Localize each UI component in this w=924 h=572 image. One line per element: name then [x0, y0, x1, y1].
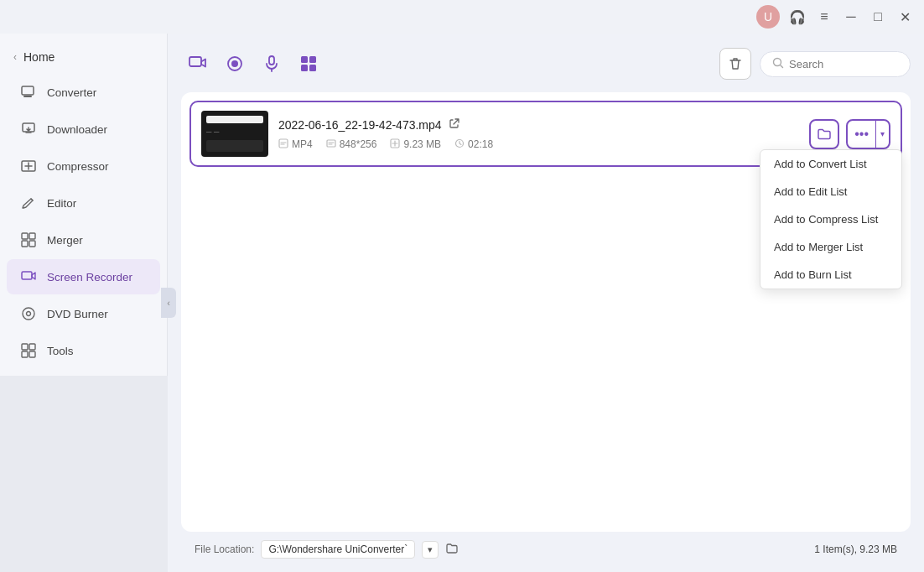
format-icon	[278, 138, 288, 150]
svg-rect-15	[189, 57, 201, 66]
resolution-icon	[326, 138, 336, 150]
sidebar-item-label: Converter	[47, 86, 96, 99]
svg-rect-18	[269, 56, 274, 65]
svg-rect-5	[29, 233, 35, 239]
sidebar-item-dvd-burner[interactable]: DVD Burner	[7, 296, 160, 331]
file-name-row: 2022-06-16_22-19-42-473.mp4	[278, 117, 799, 132]
app-body: ‹ Home Converter	[0, 34, 924, 572]
back-chevron-icon: ‹	[13, 51, 17, 63]
compressor-icon	[20, 158, 37, 174]
headset-icon[interactable]: 🎧	[788, 8, 807, 26]
sidebar-item-converter[interactable]: Converter	[7, 75, 160, 110]
downloader-icon	[20, 121, 37, 138]
maximize-button[interactable]: □	[869, 8, 887, 26]
dropdown-menu: Add to Convert List Add to Edit List Add…	[760, 149, 902, 289]
svg-point-24	[774, 58, 781, 65]
footer-dropdown-button[interactable]: ▾	[422, 541, 439, 559]
file-name: 2022-06-16_22-19-42-473.mp4	[278, 118, 442, 132]
svg-rect-21	[309, 56, 316, 63]
svg-point-17	[231, 60, 238, 67]
dropdown-item-convert[interactable]: Add to Convert List	[760, 150, 901, 178]
resolution-value: 848*256	[340, 138, 377, 150]
sidebar-item-tools[interactable]: Tools	[7, 333, 160, 368]
sidebar-wrapper: ‹ Home Converter	[0, 34, 168, 572]
search-bar	[760, 51, 911, 77]
dropdown-item-merger[interactable]: Add to Merger List	[760, 233, 901, 261]
sidebar-item-editor[interactable]: Editor	[7, 185, 160, 221]
svg-rect-14	[29, 351, 35, 357]
toolbar-record-icon[interactable]	[218, 47, 252, 81]
toolbar	[181, 47, 911, 81]
dropdown-item-edit[interactable]: Add to Edit List	[760, 178, 901, 205]
svg-rect-4	[22, 233, 28, 239]
meta-size: 9.23 MB	[390, 138, 441, 150]
sidebar-item-label: Merger	[47, 234, 83, 247]
minimize-button[interactable]: ─	[842, 8, 860, 26]
more-dots-icon: •••	[848, 121, 876, 148]
dropdown-item-compress[interactable]: Add to Compress List	[760, 205, 901, 233]
sidebar-item-home[interactable]: ‹ Home	[0, 40, 167, 74]
svg-rect-13	[22, 351, 28, 357]
svg-rect-20	[301, 56, 308, 63]
file-area: ─ ─ 2022-06-16_22-19-42-473.mp4	[181, 92, 911, 532]
sidebar-item-label: Compressor	[47, 160, 109, 173]
footer: File Location: G:\Wondershare UniConvert…	[181, 532, 911, 559]
svg-rect-1	[23, 96, 32, 97]
toolbar-video-icon[interactable]	[181, 47, 215, 81]
toolbar-grid-icon[interactable]	[292, 47, 325, 81]
sidebar-item-merger[interactable]: Merger	[7, 222, 160, 257]
svg-rect-8	[22, 272, 32, 279]
sidebar-item-downloader[interactable]: Downloader	[7, 112, 160, 147]
duration-value: 02:18	[468, 138, 493, 150]
sidebar-item-label: Editor	[47, 197, 76, 210]
dvd-burner-icon	[20, 305, 37, 322]
file-more-button[interactable]: ••• ▾	[846, 119, 890, 149]
home-label: Home	[23, 50, 55, 64]
trash-button[interactable]	[719, 48, 751, 80]
sidebar-item-screen-recorder[interactable]: Screen Recorder	[7, 259, 160, 294]
svg-rect-0	[22, 86, 34, 95]
sidebar-item-compressor[interactable]: Compressor	[7, 148, 160, 184]
search-input[interactable]	[789, 58, 898, 70]
tools-icon	[20, 342, 37, 359]
thumb-bar-2	[206, 140, 263, 152]
titlebar: U 🎧 ≡ ─ □ ✕	[0, 0, 924, 34]
meta-duration: 02:18	[454, 138, 493, 150]
svg-rect-11	[22, 344, 28, 350]
file-actions: ••• ▾	[809, 119, 890, 149]
duration-icon	[454, 138, 465, 150]
dropdown-item-burn[interactable]: Add to Burn List	[760, 261, 901, 289]
size-value: 9.23 MB	[403, 138, 441, 150]
sidebar: ‹ Home Converter	[0, 34, 168, 376]
sidebar-item-label: Screen Recorder	[47, 271, 132, 283]
format-value: MP4	[292, 138, 313, 150]
file-meta: MP4 848*256	[278, 138, 799, 150]
thumb-bar-1	[206, 116, 263, 123]
sidebar-item-label: DVD Burner	[47, 308, 108, 320]
screen-recorder-icon	[20, 268, 37, 285]
editor-icon	[20, 195, 37, 211]
avatar[interactable]: U	[756, 5, 780, 29]
footer-label: File Location:	[195, 543, 254, 555]
file-folder-button[interactable]	[809, 119, 839, 149]
footer-path: G:\Wondershare UniConverter`	[261, 540, 415, 559]
main-content: ─ ─ 2022-06-16_22-19-42-473.mp4	[168, 34, 924, 572]
toolbar-mic-icon[interactable]	[255, 47, 288, 81]
svg-rect-6	[22, 241, 28, 247]
close-button[interactable]: ✕	[895, 8, 914, 26]
sidebar-collapse-button[interactable]: ‹	[161, 288, 176, 318]
meta-resolution: 848*256	[326, 138, 377, 150]
sidebar-item-label: Tools	[47, 345, 74, 357]
svg-point-9	[23, 308, 34, 320]
svg-rect-23	[309, 65, 316, 71]
meta-format: MP4	[278, 138, 313, 150]
menu-icon[interactable]: ≡	[815, 8, 833, 26]
size-icon	[390, 138, 400, 150]
footer-item-count: 1 Item(s), 9.23 MB	[814, 543, 897, 555]
merger-icon	[20, 231, 37, 248]
footer-folder-button[interactable]	[445, 542, 459, 558]
svg-rect-7	[29, 241, 35, 247]
svg-rect-25	[279, 139, 288, 148]
file-open-icon[interactable]	[449, 117, 460, 132]
more-chevron-icon: ▾	[876, 129, 889, 138]
